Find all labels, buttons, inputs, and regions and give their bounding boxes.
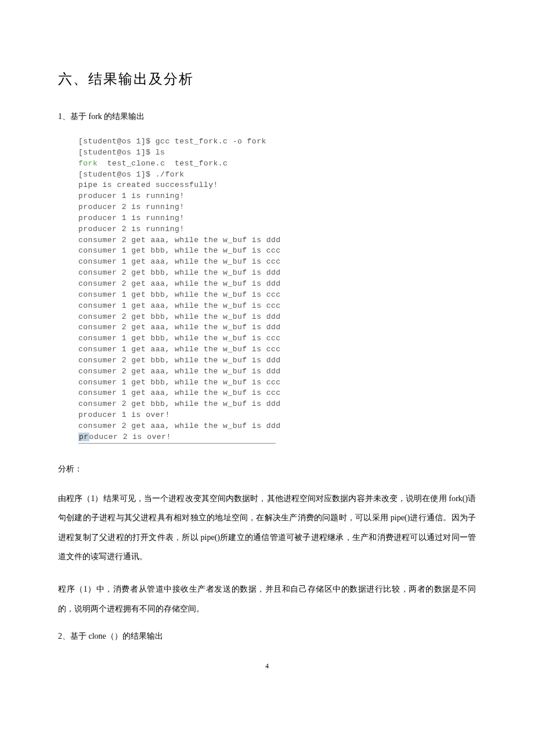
terminal-line: producer 1 is running!	[78, 214, 185, 222]
terminal-line: consumer 2 get aaa, while the w_buf is d…	[78, 236, 281, 244]
terminal-line: producer 2 is running!	[78, 225, 185, 233]
terminal-line: consumer 1 get bbb, while the w_buf is c…	[78, 290, 281, 299]
terminal-last-line: producer 2 is over!	[78, 432, 276, 444]
terminal-line: consumer 2 get aaa, while the w_buf is d…	[78, 279, 281, 288]
terminal-line: producer 1 is running!	[78, 192, 185, 200]
terminal-line: producer 2 is running!	[78, 203, 185, 211]
terminal-line: pipe is created successfully!	[78, 181, 218, 189]
terminal-fork-green: fork	[78, 159, 98, 168]
terminal-line: producer 1 is over!	[78, 411, 170, 419]
terminal-line: [student@os 1]$ gcc test_fork.c -o fork	[78, 137, 266, 146]
sub-heading-fork: 1、基于 fork 的结果输出	[58, 111, 476, 122]
terminal-line: [student@os 1]$ ls	[78, 148, 165, 157]
analysis-label: 分析：	[58, 464, 476, 474]
terminal-line: consumer 2 get aaa, while the w_buf is d…	[78, 367, 281, 376]
terminal-line: consumer 1 get aaa, while the w_buf is c…	[78, 388, 281, 397]
terminal-line: consumer 2 get bbb, while the w_buf is d…	[78, 356, 281, 365]
terminal-line: consumer 1 get aaa, while the w_buf is c…	[78, 345, 281, 354]
terminal-line: [student@os 1]$ ./fork	[78, 170, 185, 179]
terminal-line: consumer 2 get aaa, while the w_buf is d…	[78, 323, 281, 332]
terminal-line: test_clone.c test_fork.c	[98, 159, 228, 168]
terminal-line: consumer 2 get bbb, while the w_buf is d…	[78, 312, 281, 321]
page-number: 4	[58, 662, 476, 671]
terminal-line: consumer 2 get aaa, while the w_buf is d…	[78, 422, 281, 430]
terminal-line: consumer 1 get bbb, while the w_buf is c…	[78, 246, 281, 255]
terminal-line: consumer 1 get bbb, while the w_buf is c…	[78, 378, 281, 387]
terminal-line-rest: oducer 2 is over!	[89, 433, 171, 441]
terminal-output: [student@os 1]$ gcc test_fork.c -o fork …	[78, 136, 476, 444]
terminal-line: consumer 2 get bbb, while the w_buf is d…	[78, 268, 281, 277]
sub-heading-clone: 2、基于 clone（）的结果输出	[58, 631, 476, 642]
terminal-line: consumer 2 get bbb, while the w_buf is d…	[78, 399, 281, 408]
section-title: 六、结果输出及分析	[58, 70, 476, 88]
terminal-line: consumer 1 get aaa, while the w_buf is c…	[78, 257, 281, 266]
terminal-selection: pr	[78, 433, 89, 441]
paragraph-2: 程序（1）中，消费者从管道中接收生产者发送的数据，并且和自己存储区中的数据进行比…	[58, 579, 476, 618]
terminal-line: consumer 1 get aaa, while the w_buf is c…	[78, 301, 281, 310]
terminal-line: consumer 1 get bbb, while the w_buf is c…	[78, 334, 281, 343]
paragraph-1: 由程序（1）结果可见，当一个进程改变其空间内数据时，其他进程空间对应数据内容并未…	[58, 489, 476, 567]
document-page: 六、结果输出及分析 1、基于 fork 的结果输出 [student@os 1]…	[0, 0, 534, 705]
